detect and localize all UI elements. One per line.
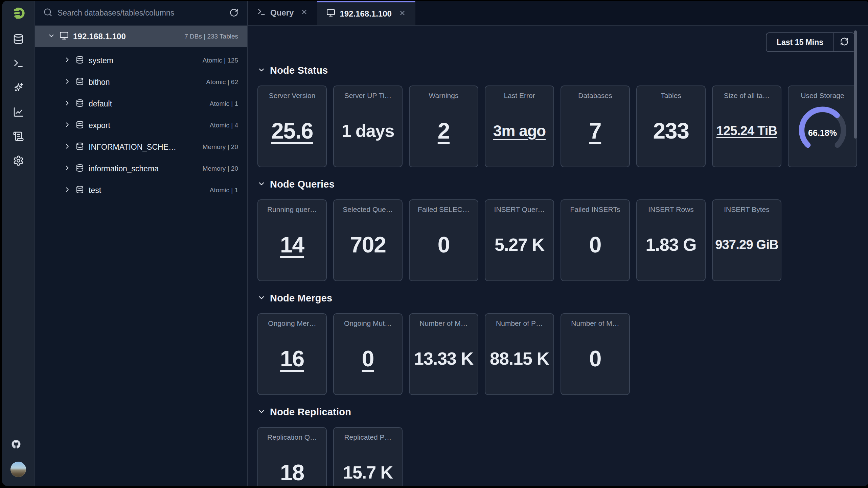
tab-query[interactable]: Query bbox=[248, 1, 317, 25]
metric-card-databases[interactable]: Databases 7 bbox=[561, 86, 630, 167]
metric-card-failed-inserts[interactable]: Failed INSERTs 0 bbox=[561, 199, 630, 281]
tree-item-name: information_schema bbox=[89, 164, 159, 173]
metrics-nav-button[interactable] bbox=[8, 103, 29, 122]
query-console-nav-button[interactable] bbox=[8, 54, 29, 74]
databases-nav-button[interactable] bbox=[8, 30, 29, 49]
metric-value-link[interactable]: 25.6 bbox=[271, 118, 313, 144]
metric-label: INSERT Quer… bbox=[489, 205, 550, 214]
metric-card-insert-queries[interactable]: INSERT Quer… 5.27 K bbox=[485, 199, 554, 281]
section-header-node-queries[interactable]: Node Queries bbox=[257, 179, 855, 190]
metric-card-tables[interactable]: Tables 233 bbox=[636, 86, 706, 167]
metric-value: 0 bbox=[589, 232, 601, 258]
metric-card-server-uptime[interactable]: Server UP Ti… 1 days bbox=[333, 86, 403, 167]
chevron-down-icon bbox=[48, 32, 55, 41]
metric-value-link[interactable]: 7 bbox=[589, 118, 601, 144]
tab-host-metrics[interactable]: 192.168.1.100 bbox=[317, 1, 415, 25]
tree-item-meta: Atomic | 62 bbox=[206, 78, 238, 86]
monitor-icon bbox=[326, 8, 335, 19]
tree-item-name: system bbox=[89, 56, 113, 65]
metric-card-replicated-parts[interactable]: Replicated P… 15.7 K bbox=[333, 427, 403, 486]
settings-nav-button[interactable] bbox=[8, 151, 29, 171]
tree-item-bithon[interactable]: bithon Atomic | 62 bbox=[35, 71, 247, 93]
metric-card-warnings[interactable]: Warnings 2 bbox=[409, 86, 478, 167]
metric-label: Last Error bbox=[489, 92, 550, 100]
tree-item-system[interactable]: system Atomic | 125 bbox=[35, 50, 247, 71]
tree-item-meta: Atomic | 1 bbox=[210, 100, 238, 107]
metric-value: 1 days bbox=[342, 121, 394, 141]
chevron-down-icon bbox=[257, 180, 266, 189]
metric-card-insert-rows[interactable]: INSERT Rows 1.83 G bbox=[636, 199, 706, 281]
section-title: Node Queries bbox=[270, 179, 335, 190]
metric-card-ongoing-merges[interactable]: Ongoing Mer… 16 bbox=[257, 313, 327, 395]
metric-label: Ongoing Mer… bbox=[261, 319, 323, 327]
metric-label: Failed INSERTs bbox=[565, 205, 626, 214]
terminal-icon bbox=[13, 58, 24, 70]
close-tab-icon[interactable] bbox=[301, 8, 308, 18]
tree-item-meta: Memory | 20 bbox=[203, 143, 238, 151]
metric-card-running-queries[interactable]: Running quer… 14 bbox=[257, 199, 327, 281]
refresh-cw-icon bbox=[840, 37, 849, 47]
metric-label: Server UP Ti… bbox=[337, 92, 398, 100]
tree-item-meta: Atomic | 125 bbox=[203, 57, 238, 64]
section-header-node-merges[interactable]: Node Merges bbox=[257, 293, 855, 304]
tree-item-meta: Atomic | 4 bbox=[210, 122, 238, 129]
dashboard-toolbar: Last 15 Mins bbox=[257, 32, 855, 52]
database-icon bbox=[76, 121, 84, 130]
metric-label: Server Version bbox=[261, 92, 323, 100]
metric-card-used-storage[interactable]: Used Storage 66.18% bbox=[788, 86, 857, 167]
card-row: Replication Q… 18 Replicated P… 15.7 K bbox=[257, 427, 855, 486]
section-title: Node Merges bbox=[270, 293, 332, 304]
user-avatar[interactable] bbox=[10, 462, 26, 477]
tree-item-export[interactable]: export Atomic | 4 bbox=[35, 115, 247, 136]
tree-item-test[interactable]: test Atomic | 1 bbox=[35, 179, 247, 201]
metric-value-link[interactable]: 14 bbox=[280, 232, 304, 258]
icon-rail bbox=[2, 1, 35, 486]
metric-card-ongoing-mutations[interactable]: Ongoing Mut… 0 bbox=[333, 313, 403, 395]
tree-item-name: bithon bbox=[89, 78, 110, 87]
metric-value-link[interactable]: 0 bbox=[362, 346, 374, 371]
metric-value-link[interactable]: 3m ago bbox=[493, 122, 546, 140]
metric-value-link[interactable]: 2 bbox=[438, 118, 450, 144]
metric-value-link[interactable]: 125.24 TiB bbox=[716, 124, 777, 138]
terminal-icon bbox=[257, 7, 266, 18]
tree-item-default[interactable]: default Atomic | 1 bbox=[35, 93, 247, 115]
metric-card-replication-queue[interactable]: Replication Q… 18 bbox=[257, 427, 327, 486]
tree-item-name: INFORMATION_SCHE… bbox=[89, 143, 176, 152]
metric-card-number-of-parts[interactable]: Number of P… 88.15 K bbox=[485, 313, 554, 395]
metric-value: 88.15 K bbox=[490, 348, 549, 369]
metric-card-server-version[interactable]: Server Version 25.6 bbox=[257, 86, 327, 167]
tree-host-row[interactable]: 192.168.1.100 7 DBs | 233 Tables bbox=[35, 26, 247, 47]
metric-label: INSERT Rows bbox=[640, 205, 702, 214]
gauge-percent: 66.18% bbox=[793, 128, 852, 138]
logs-nav-button[interactable] bbox=[8, 127, 29, 147]
refresh-tree-button[interactable] bbox=[229, 8, 238, 18]
sidebar-search-row bbox=[35, 1, 247, 26]
host-meta: 7 DBs | 233 Tables bbox=[184, 33, 238, 40]
tree-item-information-schema-upper[interactable]: INFORMATION_SCHE… Memory | 20 bbox=[35, 136, 247, 158]
metric-value-link[interactable]: 16 bbox=[280, 346, 304, 371]
section-header-node-replication[interactable]: Node Replication bbox=[257, 407, 855, 418]
close-tab-icon[interactable] bbox=[399, 9, 406, 19]
refresh-metrics-button[interactable] bbox=[833, 33, 854, 51]
metric-card-number-of-mutations[interactable]: Number of M… 0 bbox=[561, 313, 630, 395]
metric-value: 5.27 K bbox=[495, 235, 544, 255]
time-range-button[interactable]: Last 15 Mins bbox=[767, 33, 833, 51]
metric-card-insert-bytes[interactable]: INSERT Bytes 937.29 GiB bbox=[712, 199, 781, 281]
metric-card-size-of-tables[interactable]: Size of all ta… 125.24 TiB bbox=[712, 86, 781, 167]
tree-item-name: default bbox=[89, 99, 112, 108]
vertical-scrollbar-thumb[interactable] bbox=[854, 30, 857, 139]
metric-card-number-of-merges[interactable]: Number of M… 13.33 K bbox=[409, 313, 478, 395]
metric-value: 0 bbox=[438, 232, 450, 258]
search-input[interactable] bbox=[58, 8, 224, 18]
metric-card-last-error[interactable]: Last Error 3m ago bbox=[485, 86, 554, 167]
metric-card-failed-selects[interactable]: Failed SELEC… 0 bbox=[409, 199, 478, 281]
metric-label: Tables bbox=[640, 92, 702, 100]
tab-bar: Query 192.168.1.100 bbox=[248, 1, 868, 26]
tree-item-information-schema[interactable]: information_schema Memory | 20 bbox=[35, 158, 247, 179]
ai-assistant-nav-button[interactable] bbox=[8, 78, 29, 98]
section-header-node-status[interactable]: Node Status bbox=[257, 65, 855, 76]
metric-card-selected-queries[interactable]: Selected Que… 702 bbox=[333, 199, 403, 281]
github-link[interactable] bbox=[12, 438, 25, 452]
metric-value: 15.7 K bbox=[343, 462, 393, 483]
card-row: Running quer… 14 Selected Que… 702 Faile… bbox=[257, 199, 855, 281]
